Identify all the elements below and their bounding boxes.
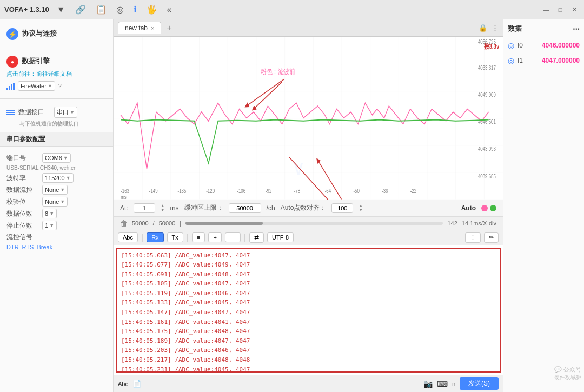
serial-line: [15:40:05.063] /ADC_value:4047, 4047 (121, 251, 495, 261)
right-panel: 数据 ⋯ ◎ I0 4046.000000 ◎ I1 4047.000000 💬… (503, 19, 584, 392)
dtr-button[interactable]: DTR (6, 244, 19, 250)
data-engine-icon: ● (6, 56, 18, 68)
help-button[interactable]: ? (58, 83, 62, 89)
flow-select[interactable]: None ▼ (42, 185, 68, 195)
sidebar: ⚡ 协议与连接 ● 数据引擎 点击前往：前往详细文档 FireWater (0, 19, 114, 392)
data-port-select[interactable]: 串口 ▼ (54, 107, 77, 118)
stopbits-select[interactable]: 1 ▼ (42, 221, 57, 230)
port-select[interactable]: COM6 ▼ (42, 153, 71, 163)
hand-icon[interactable]: 🖐 (144, 3, 160, 16)
wechat-icon: 💬 公众号 (554, 366, 581, 374)
rts-button[interactable]: RTS (22, 244, 34, 250)
more-icon[interactable]: ⋮ (492, 24, 499, 32)
chart-svg: 4056.725 4033.317 4049.909 4046.501 4043… (114, 37, 503, 200)
svg-text:-22: -22 (410, 188, 416, 194)
serial-line: [15:40:05.077] /ADC_value:4049, 4047 (121, 260, 495, 270)
dropdown-arrow[interactable]: ▼ (55, 4, 68, 16)
i1-value: 4047.000000 (542, 57, 580, 64)
link-icon[interactable]: 🔗 (73, 3, 88, 16)
svg-text:-149: -149 (149, 188, 158, 194)
top-bar: VOFA+ 1.3.10 ▼ 🔗 📋 ◎ ℹ 🖐 « — □ ✕ (0, 0, 584, 19)
svg-text:-50: -50 (353, 188, 359, 194)
serial-separator-1: | (141, 232, 143, 242)
auto-align-input[interactable] (331, 203, 353, 213)
firewater-select[interactable]: FireWater ▼ (18, 81, 55, 91)
target-icon[interactable]: ◎ (114, 3, 126, 16)
serial-line: [15:40:05.175] /ADC_value:4048, 4047 (121, 327, 495, 336)
serial-line: [15:40:05.161] /ADC_value:4041, 4047 (121, 317, 495, 327)
auto-align-label: Auto点数对齐： (281, 203, 327, 212)
break-button[interactable]: Break (37, 244, 52, 250)
buffer-input[interactable] (229, 203, 261, 213)
chart-icon[interactable]: 📋 (94, 3, 109, 16)
info-icon[interactable]: ℹ (131, 3, 139, 16)
serial-content[interactable]: [15:40:05.063] /ADC_value:4047, 4047[15:… (116, 248, 501, 373)
delta-t-down[interactable]: ▼ (161, 208, 165, 212)
abc-format-button[interactable]: Abc (118, 232, 138, 242)
tx-button[interactable]: Tx (167, 232, 183, 242)
align-button[interactable]: ≡ (192, 232, 205, 242)
delta-t-input[interactable] (134, 203, 155, 213)
right-more-button[interactable]: ⋯ (573, 25, 580, 33)
flow-ctrl-row: 流控信号 (6, 232, 107, 242)
tab-add-button[interactable]: + (163, 23, 175, 33)
main-layout: ⚡ 协议与连接 ● 数据引擎 点击前往：前往详细文档 FireWater (0, 19, 584, 392)
lock-icon[interactable]: 🔒 (479, 24, 487, 32)
data-engine-row: ● 数据引擎 (6, 56, 107, 68)
close-button[interactable]: ✕ (569, 4, 580, 15)
tab-right-icons: 🔒 ⋮ (479, 24, 499, 32)
port-desc: USB-SERIAL CH340, wch.cn (6, 165, 107, 171)
app-title: VOFA+ 1.3.10 (4, 5, 49, 14)
encoding-button[interactable]: UTF-8 (267, 232, 294, 242)
center-area: new tab × + 🔒 ⋮ 405 (114, 19, 503, 392)
tab-bar: new tab × + 🔒 ⋮ (114, 19, 503, 37)
firewater-row: FireWater ▼ ? (6, 81, 107, 91)
svg-text:-135: -135 (178, 188, 187, 194)
protocol-icon: ⚡ (6, 28, 18, 40)
svg-text:-36: -36 (382, 188, 388, 194)
serial-line: [15:40:05.203] /ADC_value:4046, 4047 (121, 346, 495, 355)
minus-button[interactable]: — (225, 232, 241, 242)
i0-label: I0 (517, 42, 523, 49)
trash-button[interactable]: 🗑 (120, 219, 128, 228)
sidebar-protocol-row: ⚡ 协议与连接 (6, 28, 107, 40)
watermark-area: 💬 公众号 硬件攻城狮 (554, 366, 581, 381)
keyboard-icon[interactable]: ⌨ (437, 380, 448, 388)
encoding-icon-button[interactable]: ⇄ (249, 232, 264, 243)
camera-icon[interactable]: 📷 (423, 380, 433, 388)
minimize-button[interactable]: — (541, 4, 552, 15)
maximize-button[interactable]: □ (555, 4, 566, 15)
right-title-text: 数据 (508, 24, 522, 34)
collapse-icon[interactable]: « (165, 4, 174, 16)
send-button[interactable]: 发送(S) (460, 377, 499, 390)
serial-more-button[interactable]: ⋮ (465, 232, 481, 243)
plus-button[interactable]: + (208, 232, 221, 242)
tab-label: new tab (125, 24, 148, 32)
green-channel-dot (490, 205, 496, 211)
tab-new[interactable]: new tab × (118, 22, 161, 34)
baud-select[interactable]: 115200 ▼ (42, 173, 74, 183)
data-engine-link[interactable]: 点击前往：前往详细文档 (6, 70, 107, 78)
serial-bottom: Abc 📄 📷 ⌨ n 发送(S) (114, 375, 503, 392)
flow-ctrl-buttons: DTR RTS Break (6, 244, 107, 250)
parity-value: None (45, 198, 59, 205)
svg-text:-163: -163 (121, 188, 129, 194)
tab-close-button[interactable]: × (151, 25, 154, 31)
parity-select[interactable]: None ▼ (42, 197, 68, 207)
auto-align-down[interactable]: ▼ (359, 208, 363, 212)
svg-rect-1 (114, 37, 503, 200)
serial-line: [15:40:05.119] /ADC_value:4046, 4047 (121, 289, 495, 298)
svg-text:-78: -78 (294, 188, 300, 194)
port-label: 端口号 (6, 154, 39, 163)
i0-value: 4046.000000 (542, 42, 580, 49)
stopbits-value: 1 (45, 222, 48, 229)
databits-select[interactable]: 8 ▼ (42, 209, 57, 218)
svg-text:ms: ms (121, 195, 127, 200)
rx-button[interactable]: Rx (147, 232, 163, 242)
file-icon[interactable]: 📄 (132, 380, 141, 388)
flow-ctrl-label: 流控信号 (6, 232, 39, 242)
pen-button[interactable]: ✏ (484, 232, 499, 243)
right-item-i0: ◎ I0 4046.000000 (508, 41, 580, 50)
scroll-bar[interactable] (185, 222, 443, 225)
delta-t-label: Δt: (120, 204, 128, 212)
